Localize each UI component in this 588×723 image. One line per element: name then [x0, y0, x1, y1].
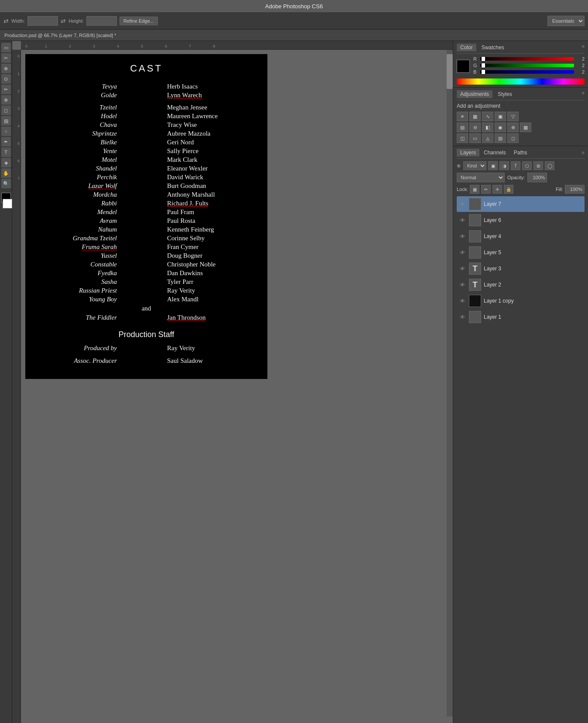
panel-menu-icon[interactable]: ≡ [582, 44, 585, 51]
layer-filter-pixel-btn[interactable]: ▣ [488, 161, 498, 170]
tool-swap-icon[interactable]: ⇄ [3, 17, 9, 24]
layer-item[interactable]: 👁TLayer 2 [457, 277, 585, 293]
brush-tool[interactable]: ✏ [1, 85, 11, 94]
fill-input[interactable] [565, 185, 585, 194]
color-balance-btn[interactable]: ⊖ [469, 123, 481, 132]
scrollbar-thumb[interactable] [447, 54, 453, 89]
hsl-btn[interactable]: ▤ [457, 123, 468, 132]
vibrance-btn[interactable]: ▽ [507, 112, 519, 121]
layer-item[interactable]: 👁Layer 5 [457, 245, 585, 260]
gradient-map-btn[interactable]: ▤ [495, 133, 506, 143]
canvas-scrollbar[interactable] [447, 50, 453, 716]
exposure-btn[interactable]: ▣ [495, 112, 506, 121]
opacity-input[interactable] [527, 173, 547, 182]
lock-move-btn[interactable]: ✛ [492, 185, 502, 194]
gradient-tool[interactable]: ▤ [1, 116, 11, 126]
layer-item[interactable]: 👁Layer 6 [457, 212, 585, 228]
layer-visibility-toggle[interactable]: 👁 [458, 282, 466, 288]
layer-filter-text-btn[interactable]: T [511, 161, 520, 170]
color-lookup-btn[interactable]: ▦ [520, 123, 531, 132]
blend-mode-select[interactable]: Normal [457, 173, 505, 182]
heal-tool[interactable]: ⊙ [1, 74, 11, 84]
green-slider-thumb[interactable] [481, 63, 485, 68]
layer-visibility-toggle[interactable]: 👁 [458, 217, 466, 224]
layer-visibility-toggle[interactable]: 👁 [458, 201, 466, 208]
layer-visibility-toggle[interactable]: 👁 [458, 298, 466, 304]
exchange-icon[interactable]: ⇄ [61, 17, 66, 24]
tab-paths[interactable]: Paths [510, 149, 531, 157]
layer-item[interactable]: 👁Layer 4 [457, 228, 585, 244]
ruler-vmark: 3 [17, 106, 20, 111]
layer-filter-adjust-btn[interactable]: ◑ [499, 161, 509, 170]
layer-thumbnail: T [469, 263, 481, 275]
red-slider-thumb[interactable] [481, 56, 485, 61]
width-input[interactable] [27, 16, 58, 26]
background-color-swatch[interactable] [3, 199, 12, 208]
ruler-vmark: 1 [17, 72, 20, 76]
eraser-tool[interactable]: ◻ [1, 106, 11, 115]
layer-filter-toggle-btn[interactable]: ◯ [545, 161, 554, 170]
posterize-btn[interactable]: ▭ [469, 133, 481, 143]
levels-btn[interactable]: ▦ [469, 112, 481, 121]
adj-panel-menu-icon[interactable]: ≡ [582, 90, 585, 98]
bw-btn[interactable]: ◧ [482, 123, 493, 132]
tab-styles[interactable]: Styles [494, 90, 516, 98]
brightness-contrast-btn[interactable]: ☀ [457, 112, 468, 121]
r-val: 2 [576, 56, 585, 61]
curves-btn[interactable]: ∿ [482, 112, 493, 121]
layer-filter-shape-btn[interactable]: ⬡ [522, 161, 532, 170]
cast-role-text: Shandel [38, 165, 117, 172]
kind-icon: ⊕ [457, 163, 461, 169]
selection-tool[interactable]: ▭ [1, 43, 11, 52]
lock-transparent-btn[interactable]: ▦ [470, 185, 479, 194]
pen-tool[interactable]: ✒ [1, 137, 11, 147]
hand-tool[interactable]: ✋ [1, 168, 11, 178]
layer-item[interactable]: 👁Layer 1 copy [457, 293, 585, 309]
tab-swatches[interactable]: Swatches [478, 44, 508, 51]
fiddler-name: Jan Throndson [158, 314, 254, 321]
tab-color[interactable]: Color [457, 44, 476, 51]
refine-edge-button[interactable]: Refine Edge... [120, 17, 158, 25]
path-tool[interactable]: ◈ [1, 158, 11, 167]
height-input[interactable] [86, 16, 117, 26]
eyedropper-tool[interactable]: ⊕ [1, 64, 11, 73]
green-slider[interactable] [480, 64, 574, 67]
lock-paint-btn[interactable]: ✏ [481, 185, 491, 194]
invert-btn[interactable]: ◫ [457, 133, 468, 143]
layer-visibility-toggle[interactable]: 👁 [458, 249, 466, 256]
layers-panel-menu-icon[interactable]: ≡ [582, 150, 585, 155]
threshold-btn[interactable]: ◬ [482, 133, 493, 143]
tab-channels[interactable]: Channels [480, 149, 509, 157]
layer-filter-smartobj-btn[interactable]: ⊞ [533, 161, 543, 170]
cast-name-text: David Warick [158, 174, 254, 181]
layer-item[interactable]: 👁Layer 7 [457, 196, 585, 212]
layer-visibility-toggle[interactable]: 👁 [458, 233, 466, 240]
lock-all-btn[interactable]: 🔒 [504, 185, 513, 194]
crop-tool[interactable]: ✂ [1, 53, 11, 63]
cast-gap [30, 100, 263, 104]
selective-color-btn[interactable]: ◻ [507, 133, 519, 143]
tab-layers[interactable]: Layers [457, 149, 479, 157]
text-tool[interactable]: T [1, 147, 11, 157]
cast-row: Fruma SarahFran Cymer [30, 243, 263, 251]
fg-bg-swatch[interactable] [457, 60, 470, 73]
tab-adjustments[interactable]: Adjustments [457, 90, 492, 98]
stamp-tool[interactable]: ⊗ [1, 95, 11, 105]
blue-slider[interactable] [480, 70, 574, 74]
essentials-select[interactable]: Essentials [547, 16, 585, 26]
app-title: Adobe Photoshop CS6 [265, 3, 323, 10]
photo-filter-btn[interactable]: ◉ [495, 123, 506, 132]
color-spectrum[interactable] [457, 78, 585, 85]
channel-mixer-btn[interactable]: ⊕ [507, 123, 519, 132]
layer-visibility-toggle[interactable]: 👁 [458, 266, 466, 272]
layer-item[interactable]: 👁Layer 1 [457, 309, 585, 325]
kind-select[interactable]: Kind [463, 161, 486, 170]
layer-item[interactable]: 👁TLayer 3 [457, 261, 585, 276]
cast-role-text: Golde [38, 92, 117, 99]
red-slider[interactable] [480, 57, 574, 61]
blue-slider-thumb[interactable] [481, 69, 485, 75]
layer-name-text: Layer 4 [484, 233, 583, 239]
dodge-tool[interactable]: ○ [1, 126, 11, 136]
layer-visibility-toggle[interactable]: 👁 [458, 314, 466, 321]
zoom-tool[interactable]: 🔍 [1, 179, 11, 188]
